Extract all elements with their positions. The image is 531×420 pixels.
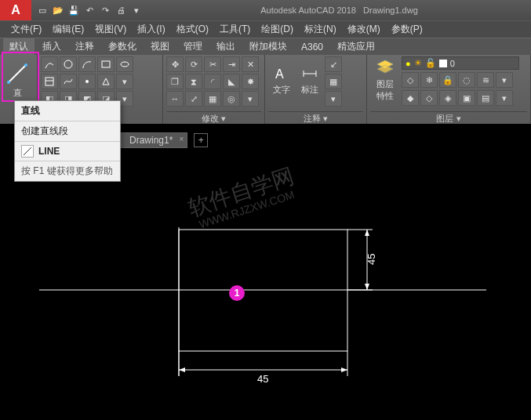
layer-freeze-icon[interactable]: ❄	[420, 72, 438, 88]
copy-icon[interactable]: ❐	[166, 74, 184, 89]
tab-default[interactable]: 默认	[3, 38, 35, 55]
menu-parametric[interactable]: 参数(P)	[387, 21, 427, 38]
layers-icon	[376, 58, 395, 77]
menu-bar: 文件(F) 编辑(E) 视图(V) 插入(I) 格式(O) 工具(T) 绘图(D…	[0, 20, 531, 38]
mirror-icon[interactable]: ⧗	[185, 74, 202, 89]
tab-output[interactable]: 输出	[210, 38, 242, 55]
arc-icon[interactable]	[78, 56, 96, 72]
fillet-icon[interactable]: ◜	[204, 74, 221, 89]
menu-insert[interactable]: 插入(I)	[133, 21, 169, 38]
qat-open-icon[interactable]: 📂	[52, 4, 64, 16]
hatch-icon[interactable]	[41, 74, 58, 89]
doc-tab-drawing1[interactable]: Drawing1* ×	[121, 132, 187, 148]
tooltip-command: LINE	[38, 146, 60, 157]
qat-plot-icon[interactable]: 🖨	[115, 4, 127, 16]
region-icon[interactable]	[97, 74, 115, 89]
svg-point-8	[85, 80, 89, 83]
tab-addins[interactable]: 附加模块	[243, 38, 293, 55]
app-logo[interactable]: A	[0, 0, 31, 20]
layer-more-icon[interactable]: ▾	[496, 72, 513, 88]
panel-modify-label[interactable]: 修改 ▾	[166, 111, 261, 124]
drawing-canvas[interactable]: 45 45	[0, 149, 531, 420]
tab-manage[interactable]: 管理	[177, 38, 209, 55]
tab-a360[interactable]: A360	[295, 40, 329, 54]
menu-format[interactable]: 格式(O)	[172, 21, 213, 38]
menu-view[interactable]: 视图(V)	[90, 21, 131, 38]
sun-icon: ☀	[414, 58, 422, 68]
tab-parametric[interactable]: 参数化	[102, 38, 143, 55]
layer-properties-label: 图层 特性	[376, 78, 394, 102]
qat-redo-icon[interactable]: ↷	[99, 4, 111, 16]
layer-b-icon[interactable]: ◇	[420, 90, 438, 106]
menu-edit[interactable]: 编辑(E)	[48, 21, 89, 38]
chamfer-icon[interactable]: ◣	[223, 74, 240, 89]
circle-icon[interactable]	[60, 56, 77, 72]
rotate-icon[interactable]: ⟳	[185, 56, 202, 72]
ellipse-icon[interactable]	[116, 56, 133, 72]
table-icon[interactable]: ▦	[325, 74, 342, 89]
svg-marker-23	[341, 368, 347, 372]
layer-a-icon[interactable]: ◆	[402, 90, 419, 106]
leader-icon[interactable]: ↙	[325, 56, 342, 72]
trim-icon[interactable]: ✂	[204, 56, 221, 72]
svg-rect-4	[102, 61, 110, 67]
tab-featured[interactable]: 精选应用	[331, 38, 381, 55]
layer-dropdown[interactable]: ● ☀ 🔓 0	[402, 56, 519, 70]
layer-e-icon[interactable]: ▤	[477, 90, 494, 106]
menu-file[interactable]: 文件(F)	[6, 21, 46, 38]
dimension-icon	[301, 65, 318, 82]
layer-lock2-icon[interactable]: 🔒	[439, 72, 456, 88]
qat-undo-icon[interactable]: ↶	[83, 4, 96, 16]
tooltip: 直线 创建直线段 LINE 按 F1 键获得更多帮助	[14, 100, 121, 182]
svg-point-3	[64, 60, 72, 68]
more-draw-icon[interactable]: ▾	[116, 74, 133, 89]
spline-icon[interactable]	[60, 74, 77, 89]
rect-icon[interactable]	[97, 56, 115, 72]
qat-new-icon[interactable]: ▭	[36, 4, 49, 16]
svg-point-5	[121, 62, 129, 67]
scale-icon[interactable]: ⤢	[185, 91, 202, 107]
svg-text:A: A	[275, 67, 284, 81]
tooltip-subtitle: 创建直线段	[15, 121, 120, 141]
tab-insert[interactable]: 插入	[36, 38, 67, 55]
offset-icon[interactable]: ◎	[223, 91, 240, 107]
layer-match-icon[interactable]: ≋	[477, 72, 494, 88]
svg-point-1	[7, 81, 10, 84]
layer-f-icon[interactable]: ▾	[496, 90, 513, 106]
layer-iso-icon[interactable]: ◇	[402, 72, 419, 88]
array-icon[interactable]: ▦	[204, 91, 221, 107]
move-icon[interactable]: ✥	[166, 56, 184, 72]
svg-marker-22	[179, 368, 185, 372]
close-icon[interactable]: ×	[180, 135, 184, 143]
layer-properties-button[interactable]: 图层 特性	[370, 56, 400, 103]
dimension-button[interactable]: 标注	[296, 56, 323, 103]
erase-icon[interactable]: ✕	[242, 56, 259, 72]
polyline-icon[interactable]	[41, 56, 58, 72]
tab-view[interactable]: 视图	[144, 38, 176, 55]
line-button[interactable]: 直	[3, 56, 31, 103]
panel-annotate-label[interactable]: 注释 ▾	[268, 111, 363, 124]
menu-draw[interactable]: 绘图(D)	[256, 21, 298, 38]
point-icon[interactable]	[78, 74, 96, 89]
more-modify-icon[interactable]: ▾	[242, 91, 259, 107]
explode-icon[interactable]: ✸	[242, 74, 259, 89]
qat-more-icon[interactable]: ▾	[130, 4, 143, 16]
panel-layers-label[interactable]: 图层 ▾	[370, 111, 527, 124]
menu-dimension[interactable]: 标注(N)	[300, 21, 341, 38]
extend-icon[interactable]: ⇥	[223, 56, 240, 72]
annot-more-icon[interactable]: ▾	[325, 91, 342, 107]
layer-off-icon[interactable]: ◌	[458, 72, 475, 88]
text-button[interactable]: A 文字	[268, 56, 295, 103]
line-label: 直	[13, 87, 22, 99]
svg-line-16	[24, 147, 31, 155]
qat-save-icon[interactable]: 💾	[67, 4, 80, 16]
stretch-icon[interactable]: ↔	[166, 91, 184, 107]
layer-d-icon[interactable]: ▣	[458, 90, 475, 106]
menu-modify[interactable]: 修改(M)	[343, 21, 385, 38]
layer-c-icon[interactable]: ◈	[439, 90, 456, 106]
add-tab-button[interactable]: +	[194, 133, 208, 147]
svg-rect-6	[45, 78, 53, 85]
tab-annotate[interactable]: 注释	[69, 38, 100, 55]
menu-tools[interactable]: 工具(T)	[215, 21, 255, 38]
text-label: 文字	[273, 84, 290, 96]
